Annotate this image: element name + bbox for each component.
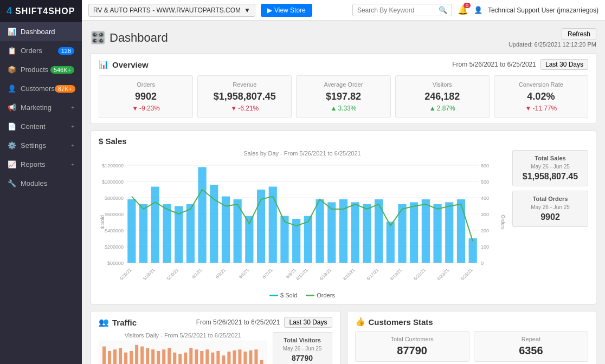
svg-rect-81 <box>168 348 171 364</box>
svg-rect-27 <box>198 167 206 263</box>
svg-text:6/15/21: 6/15/21 <box>342 268 356 282</box>
svg-text:6/21/21: 6/21/21 <box>413 268 427 282</box>
content-area: 🎛️ Dashboard Refresh Updated: 6/25/2021 … <box>82 21 605 364</box>
logo: 4 SHIFT4SHOP <box>0 0 82 22</box>
traffic-icon: 👥 <box>99 317 109 327</box>
svg-text:6/25/21: 6/25/21 <box>460 268 474 282</box>
svg-text:600: 600 <box>481 163 489 168</box>
sidebar-item-reports[interactable]: 📈 Reports + <box>0 155 82 174</box>
notification-bell[interactable]: 🔔 0 <box>458 5 468 15</box>
svg-text:6/19/21: 6/19/21 <box>389 268 403 282</box>
svg-rect-91 <box>222 355 225 364</box>
svg-rect-26 <box>186 204 195 263</box>
svg-text:6/5/21: 6/5/21 <box>238 268 250 280</box>
svg-rect-82 <box>173 353 176 364</box>
svg-rect-86 <box>195 349 198 364</box>
sidebar-icon-modules: 🔧 <box>8 179 16 187</box>
sidebar-item-marketing[interactable]: 📢 Marketing + <box>0 98 82 117</box>
sales-inner: Sales by Day - From 5/26/2021 to 6/25/20… <box>99 150 588 298</box>
svg-rect-46 <box>422 199 430 263</box>
refresh-button[interactable]: Refresh <box>562 28 596 40</box>
svg-rect-95 <box>243 352 247 364</box>
svg-rect-93 <box>233 350 236 364</box>
sidebar-item-left-settings: ⚙️ Settings <box>8 141 46 150</box>
sidebar-item-products[interactable]: 📦 Products 546K+ <box>0 60 82 79</box>
sidebar-right-products: 546K+ <box>50 66 74 74</box>
bar-chart-container: $00000$200000$400000$600000$800000$10000… <box>99 160 506 290</box>
svg-text:6/1/21: 6/1/21 <box>191 268 203 280</box>
svg-rect-41 <box>363 204 371 263</box>
store-selector[interactable]: RV & AUTO PARTS - WWW.RVAUTOPARTS.COM ▼ <box>88 4 255 17</box>
svg-rect-89 <box>211 353 214 364</box>
traffic-date-dropdown[interactable]: Last 30 Days <box>284 317 332 328</box>
badge-orders: 128 <box>58 47 74 55</box>
view-store-icon: ▶ <box>267 6 272 14</box>
svg-rect-90 <box>216 351 220 364</box>
badge-customers: 87K+ <box>55 85 75 93</box>
sidebar-icon-dashboard: 📊 <box>8 28 16 36</box>
view-store-button[interactable]: ▶ View Store <box>261 4 312 17</box>
customers-section: 👍 Customers Stats Total Customers 87790 … <box>347 311 597 364</box>
search-box[interactable]: 🔍 <box>352 4 452 16</box>
svg-text:$600000: $600000 <box>105 212 124 217</box>
search-input[interactable] <box>357 6 439 14</box>
svg-rect-47 <box>433 204 441 263</box>
sidebar-item-modules[interactable]: 🔧 Modules <box>0 174 82 193</box>
svg-text:6/23/21: 6/23/21 <box>436 268 450 282</box>
svg-text:400: 400 <box>481 196 489 201</box>
sidebar-item-orders[interactable]: 📋 Orders 128 <box>0 41 82 60</box>
svg-text:Orders: Orders <box>500 214 506 230</box>
svg-rect-70 <box>108 351 111 364</box>
updated-time: Updated: 6/25/2021 12:12:20 PM <box>509 41 596 48</box>
svg-rect-74 <box>130 351 133 364</box>
traffic-bar-chart <box>99 341 267 364</box>
legend-dot-sold <box>269 295 278 296</box>
sidebar-item-settings[interactable]: ⚙️ Settings + <box>0 136 82 155</box>
sidebar-label-reports: Reports <box>21 160 46 168</box>
sidebar-icon-settings: ⚙️ <box>8 141 16 150</box>
expand-reports: + <box>71 161 74 167</box>
svg-rect-71 <box>113 349 117 364</box>
sidebar-item-left-content: 📄 Content <box>8 122 46 131</box>
svg-rect-92 <box>227 352 230 364</box>
bottom-row: 👥 Traffic From 5/26/2021 to 6/25/2021 La… <box>91 311 596 364</box>
svg-rect-72 <box>119 348 122 364</box>
stat-card-conversion-rate: Conversion Rate 4.02% ▼-11.77% <box>494 75 588 118</box>
sidebar-item-content[interactable]: 📄 Content + <box>0 117 82 136</box>
svg-text:300: 300 <box>481 212 489 217</box>
sidebar-right-customers: 87K+ <box>55 85 75 93</box>
svg-rect-84 <box>184 353 187 364</box>
date-filter-dropdown[interactable]: Last 30 Days <box>540 59 588 70</box>
logo-icon: 4 <box>7 5 12 17</box>
sidebar-item-left-modules: 🔧 Modules <box>8 179 47 187</box>
legend-dot-orders <box>306 295 314 296</box>
store-selector-chevron: ▼ <box>244 6 250 14</box>
svg-text:0: 0 <box>481 261 484 266</box>
sidebar-item-left-orders: 📋 Orders <box>8 47 42 55</box>
traffic-date: From 5/26/2021 to 6/25/2021 Last 30 Days <box>196 317 332 328</box>
overview-header: 📊 Overview From 5/26/2021 to 6/25/2021 L… <box>99 59 588 70</box>
traffic-section: 👥 Traffic From 5/26/2021 to 6/25/2021 La… <box>91 311 340 364</box>
sidebar-label-customers: Customers <box>21 84 55 93</box>
customers-header: 👍 Customers Stats <box>355 317 589 327</box>
svg-rect-23 <box>151 187 159 263</box>
svg-rect-45 <box>410 202 418 263</box>
sidebar-label-products: Products <box>21 66 48 74</box>
svg-text:6/7/21: 6/7/21 <box>262 268 274 280</box>
sidebar-item-left-marketing: 📢 Marketing <box>8 103 52 112</box>
sidebar-item-dashboard[interactable]: 📊 Dashboard <box>0 22 82 41</box>
sales-title: $ Sales <box>99 136 588 146</box>
stat-card-visitors: Visitors 246,182 ▲2.87% <box>395 75 490 118</box>
stat-card-revenue: Revenue $1,958,807.45 ▼-6.21% <box>197 75 292 118</box>
sidebar-label-dashboard: Dashboard <box>21 28 55 36</box>
traffic-header: 👥 Traffic From 5/26/2021 to 6/25/2021 La… <box>99 317 332 328</box>
sidebar-item-left-products: 📦 Products <box>8 66 48 74</box>
stats-grid: Orders 9902 ▼-9.23% Revenue $1,958,807.4… <box>99 75 588 118</box>
svg-rect-38 <box>327 202 336 263</box>
svg-text:500: 500 <box>481 179 489 185</box>
sidebar-item-customers[interactable]: 👤 Customers 87K+ <box>0 79 82 98</box>
topbar-right: 🔍 🔔 0 👤 Technical Support User (jmazarri… <box>352 4 598 16</box>
customers-title: 👍 Customers Stats <box>355 317 433 327</box>
stat-card-orders: Orders 9902 ▼-9.23% <box>99 75 193 118</box>
user-icon: 👤 <box>474 6 482 14</box>
